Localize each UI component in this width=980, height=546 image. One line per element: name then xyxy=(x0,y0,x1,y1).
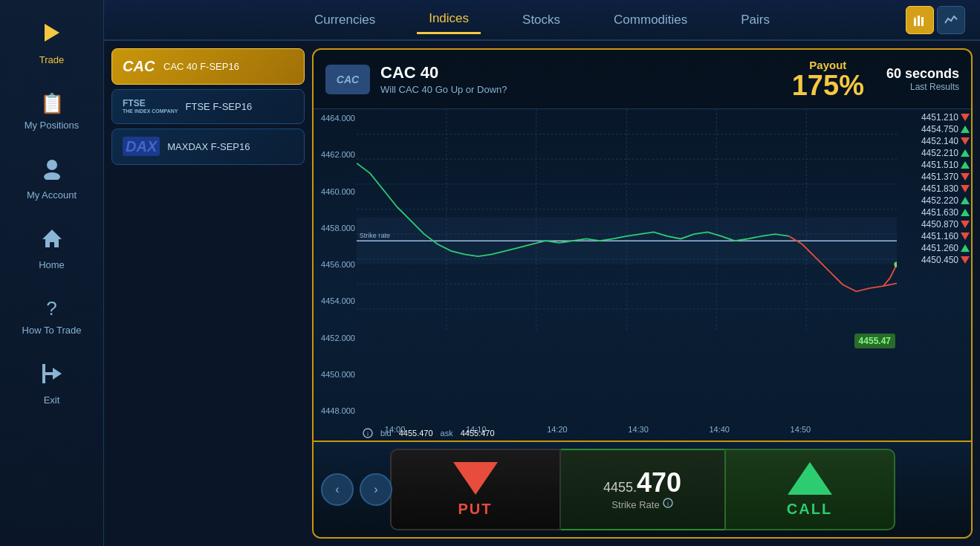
up-arrow-icon xyxy=(961,197,970,204)
sidebar-home-label: Home xyxy=(39,259,65,270)
svg-text:i: i xyxy=(367,430,369,438)
price-4458: 4458.000 xyxy=(315,224,355,233)
sidebar-item-home[interactable]: Home xyxy=(0,214,103,284)
result-value: 4452.220 xyxy=(921,195,958,206)
tab-stocks[interactable]: Stocks xyxy=(510,7,572,33)
instrument-ftse[interactable]: FTSE THE INDEX COMPANY FTSE F-SEP16 xyxy=(111,89,305,124)
price-4450: 4450.000 xyxy=(315,370,355,379)
sidebar: Trade 📋 My Positions My Account Home ? H… xyxy=(0,0,104,546)
time-value: 60 seconds xyxy=(886,66,959,82)
cac-logo: CAC xyxy=(123,58,156,75)
help-icon: ? xyxy=(46,297,56,320)
main-content: Currencies Indices Stocks Commodities Pa… xyxy=(104,0,980,546)
price-4454: 4454.000 xyxy=(315,296,355,305)
time-section: 60 seconds Last Results xyxy=(886,66,959,92)
svg-rect-9 xyxy=(921,17,924,26)
price-4452: 4452.000 xyxy=(315,334,355,342)
svg-text:i: i xyxy=(667,500,669,507)
up-arrow-icon xyxy=(961,209,970,216)
line-chart-icon-btn[interactable] xyxy=(937,6,965,34)
next-instrument-btn[interactable]: › xyxy=(360,473,392,506)
svg-rect-8 xyxy=(918,16,920,26)
result-value: 4450.870 xyxy=(921,219,958,230)
svg-point-2 xyxy=(44,172,60,180)
up-arrow-icon xyxy=(961,244,970,252)
result-value: 4451.210 xyxy=(921,112,958,123)
result-value: 4451.160 xyxy=(921,231,958,241)
tab-pairs[interactable]: Pairs xyxy=(729,7,782,33)
instrument-dax[interactable]: DAX MAXDAX F-SEP16 xyxy=(111,129,305,165)
chart-header: CAC CAC 40 Will CAC 40 Go Up or Down? Pa… xyxy=(314,50,971,109)
down-arrow-icon xyxy=(961,221,970,228)
up-arrow-icon xyxy=(961,126,970,133)
info-icon[interactable]: i xyxy=(663,498,673,508)
put-button[interactable]: PUT xyxy=(390,449,561,530)
current-price-value: 4455.47 xyxy=(859,336,891,346)
price-4448: 4448.000 xyxy=(315,406,355,415)
down-arrow-icon xyxy=(961,256,970,264)
call-button[interactable]: CALL xyxy=(724,449,895,530)
ask-value: 4455.470 xyxy=(461,429,495,438)
info-icon-small: i xyxy=(363,428,373,438)
result-item: 4451.510 xyxy=(898,160,970,170)
chart-title: CAC 40 xyxy=(380,63,792,82)
sidebar-item-my-account[interactable]: My Account xyxy=(0,144,103,214)
trading-panel: CAC CAC 40 F-SEP16 FTSE THE INDEX COMPAN… xyxy=(104,41,980,546)
call-arrow-icon xyxy=(788,462,832,495)
home-icon xyxy=(41,227,63,255)
result-item: 4451.370 xyxy=(898,172,970,182)
result-value: 4452.210 xyxy=(921,148,958,158)
trade-icon xyxy=(40,21,64,50)
svg-rect-7 xyxy=(914,19,916,26)
put-label: PUT xyxy=(458,501,493,518)
chart-svg-container: 4464.000 4462.000 4460.000 4458.000 4456… xyxy=(314,109,897,441)
price-4460: 4460.000 xyxy=(315,187,355,196)
up-arrow-icon xyxy=(961,161,970,169)
bid-label: bid xyxy=(380,429,392,438)
sidebar-item-how-to-trade[interactable]: ? How To Trade xyxy=(0,284,103,349)
result-value: 4450.450 xyxy=(921,255,958,265)
result-item: 4451.260 xyxy=(898,243,970,253)
svg-rect-6 xyxy=(42,364,45,383)
svg-rect-10 xyxy=(914,17,916,19)
chart-area: CAC CAC 40 Will CAC 40 Go Up or Down? Pa… xyxy=(312,48,973,539)
cac-name: CAC 40 F-SEP16 xyxy=(163,61,239,72)
sidebar-item-my-positions[interactable]: 📋 My Positions xyxy=(0,79,103,144)
result-item: 4454.750 xyxy=(898,124,970,134)
result-item: 4451.160 xyxy=(898,231,970,241)
put-arrow-icon xyxy=(453,462,498,495)
dax-name: MAXDAX F-SEP16 xyxy=(167,141,250,152)
result-item: 4451.210 xyxy=(898,112,970,123)
result-value: 4451.630 xyxy=(921,207,958,218)
tab-currencies[interactable]: Currencies xyxy=(302,7,387,33)
prev-instrument-btn[interactable]: ‹ xyxy=(321,473,354,506)
strike-rate-display: 4455. 470 xyxy=(603,469,681,496)
bid-value: 4455.470 xyxy=(399,429,433,438)
price-4456: 4456.000 xyxy=(315,260,355,269)
ftse-logo: FTSE THE INDEX COMPANY xyxy=(123,99,178,114)
instrument-cac[interactable]: CAC CAC 40 F-SEP16 xyxy=(111,48,305,85)
result-value: 4451.370 xyxy=(921,172,958,182)
down-arrow-icon xyxy=(961,185,970,192)
strike-suffix: 470 xyxy=(637,469,681,496)
chart-logo: CAC xyxy=(325,65,370,94)
strike-prefix: 4455. xyxy=(603,480,637,495)
result-value: 4454.750 xyxy=(921,124,958,134)
down-arrow-icon xyxy=(961,233,970,240)
payout-section: Payout 175% xyxy=(792,59,864,100)
sidebar-item-exit[interactable]: Exit xyxy=(0,349,103,419)
sidebar-item-trade[interactable]: Trade xyxy=(0,7,103,79)
call-label: CALL xyxy=(787,501,832,518)
sidebar-account-label: My Account xyxy=(27,189,77,201)
positions-icon: 📋 xyxy=(40,92,64,115)
result-item: 4451.630 xyxy=(898,207,970,218)
price-chart-svg: Strike rate xyxy=(357,109,897,332)
result-item: 4452.210 xyxy=(898,148,970,158)
bar-chart-icon-btn[interactable] xyxy=(906,6,934,34)
tab-indices[interactable]: Indices xyxy=(417,5,481,34)
strike-rate-label: Strike Rate xyxy=(611,499,659,510)
chart-title-info: CAC 40 Will CAC 40 Go Up or Down? xyxy=(380,63,792,95)
time-sub: Last Results xyxy=(886,82,959,92)
tab-commodities[interactable]: Commodities xyxy=(602,7,699,33)
result-value: 4452.140 xyxy=(921,136,958,146)
